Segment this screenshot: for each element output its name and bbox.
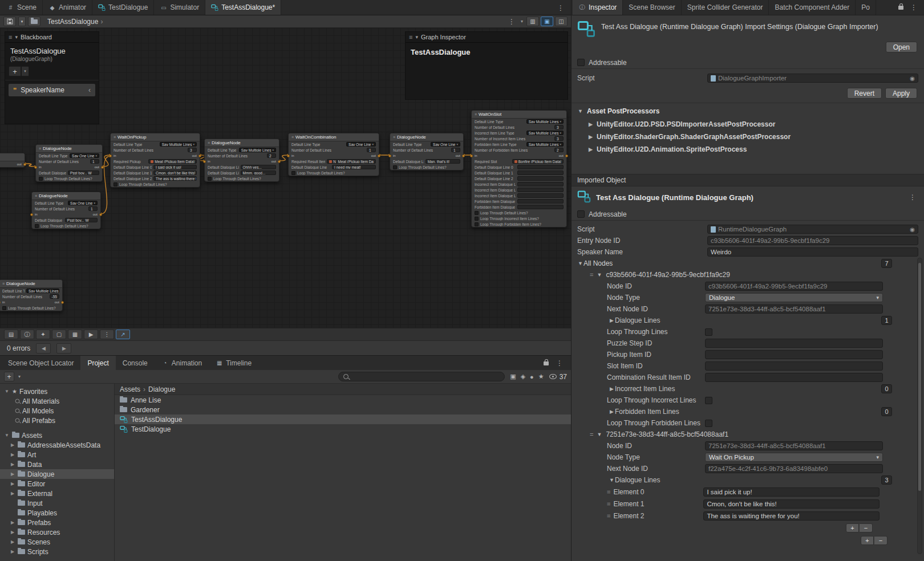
postprocessor-item[interactable]: ▶UnityEditor.ShaderGraph.ShaderGraphAsse… xyxy=(572,131,924,143)
node-checkbox[interactable] xyxy=(475,217,479,221)
property-speakername[interactable]: " SpeakerName ‹ xyxy=(9,84,95,96)
favorites-root[interactable]: ▼★Favorites xyxy=(0,387,114,396)
foldout-arrow-icon[interactable]: ▶ xyxy=(10,539,15,544)
inspector-tab-inspector[interactable]: ⓘInspector xyxy=(573,0,623,15)
array-size-field[interactable]: 0 xyxy=(881,407,892,416)
remove-node-button[interactable]: − xyxy=(874,536,887,545)
node-title-bar[interactable]: ≡WaitOnSlot xyxy=(472,111,566,119)
collapse-arrow-icon[interactable]: ▾ xyxy=(415,34,418,40)
remove-element-button[interactable]: − xyxy=(860,523,873,532)
folder-item-addressableassetsdata[interactable]: ▶AddressableAssetsData xyxy=(0,440,114,450)
blackboard-header[interactable]: ≡ ▾ Blackboard xyxy=(5,32,99,43)
script-field[interactable]: DialogueGraphImporter ◉ xyxy=(707,74,918,83)
add-element-button[interactable]: + xyxy=(846,523,859,532)
editor-tab-animator[interactable]: ◆Animator xyxy=(43,0,92,15)
field-row-dialogue-lines[interactable]: ▼Dialogue Lines3 xyxy=(572,474,924,486)
folder-item-external[interactable]: ▶External xyxy=(0,489,114,498)
graph-node-dialoguenode[interactable]: ≡DialogueNodeDefault Line TypeSay One Li… xyxy=(31,192,101,229)
drag-handle-icon[interactable]: = xyxy=(590,271,593,278)
favorite-item-all-prefabs[interactable]: All Prefabs xyxy=(0,416,114,425)
lock-icon[interactable] xyxy=(898,6,903,10)
node-number-field[interactable]: 1 xyxy=(90,159,99,164)
element-list-icon[interactable]: ▤ xyxy=(4,330,18,339)
foldout-arrow-icon[interactable]: ▶ xyxy=(10,452,15,457)
node-dropdown[interactable]: Say One Line xyxy=(346,142,376,147)
element-field[interactable]: The ass is waiting there for you! xyxy=(703,511,880,521)
graph-node-waitonpickup[interactable]: ≡WaitOnPickupDefault Line TypeSay Multip… xyxy=(110,133,200,188)
graph-inspector-toggle-button[interactable]: ◫ xyxy=(555,17,568,26)
output-port[interactable] xyxy=(378,155,380,157)
node-text-field[interactable]: Ohhh yes... xyxy=(241,165,276,169)
more-menu-icon[interactable]: ⋮ xyxy=(907,193,918,201)
graph-node-waitoncombination[interactable]: ≡WaitOnCombinationDefault Line TypeSay O… xyxy=(288,133,379,176)
foldout-arrow-icon[interactable]: ▶ xyxy=(10,530,15,535)
foldout-arrow-icon[interactable]: ▶ xyxy=(587,134,594,140)
node-title-bar[interactable]: ≡DialogueNode xyxy=(36,145,102,153)
node-dropdown[interactable]: Say Multiple Lines xyxy=(526,119,564,124)
node-entry-header[interactable]: =▼c93b5606-401f-49a2-99b5-9ecbf1fa9c29 xyxy=(572,269,924,280)
graph-node-dialoguenode[interactable]: ≡DialogueNodeDefault Line TypeSay Multip… xyxy=(0,279,63,311)
collapse-arrow-icon[interactable]: ▾ xyxy=(15,34,18,40)
field-next-node-id[interactable]: f22a475e-4c2f-41c6-9b73-6a83498abfe0 xyxy=(705,464,883,473)
element-field[interactable]: Cmon, don't be like this! xyxy=(703,499,880,509)
field-slot-item-id[interactable] xyxy=(705,361,883,371)
addressable-checkbox[interactable] xyxy=(577,210,585,218)
graph-options-icon[interactable]: ⋮ xyxy=(506,18,517,26)
panel-tab-scene-object-locator[interactable]: Scene Object Locator xyxy=(1,356,80,370)
foldout-arrow-icon[interactable]: ▶ xyxy=(10,442,15,448)
assets-root[interactable]: ▼Assets xyxy=(0,430,114,440)
create-asset-button[interactable]: + xyxy=(4,372,14,381)
grid-snap-icon[interactable]: ▦ xyxy=(68,330,82,339)
node-dropdown[interactable]: Say Multiple Lines xyxy=(160,142,197,147)
editor-tab-simulator[interactable]: ▭Simulator xyxy=(154,0,205,15)
inspector-tab-po[interactable]: Po xyxy=(856,0,876,15)
folder-item-art[interactable]: ▶Art xyxy=(0,450,114,460)
field-pickup-item-id[interactable] xyxy=(705,350,883,359)
drag-handle-icon[interactable]: = xyxy=(607,489,610,495)
blackboard-panel[interactable]: ≡ ▾ Blackboard TestAssDialogue (Dialogue… xyxy=(5,31,99,124)
foldout-arrow-icon[interactable]: ▶ xyxy=(10,481,15,486)
scrollbar-thumb[interactable] xyxy=(918,263,921,491)
node-dropdown[interactable]: Say One Line xyxy=(68,201,98,205)
postprocessor-item[interactable]: ▶UnityEditor.U2D.PSD.PSDImporterAssetPos… xyxy=(572,118,924,131)
foldout-arrow-icon[interactable]: ▶ xyxy=(10,520,15,525)
editor-tab-scene[interactable]: #Scene xyxy=(1,0,43,15)
editor-tab-testassdialogue[interactable]: TestAssDialogue* xyxy=(205,0,281,15)
speaker-name-field[interactable]: Weirdo xyxy=(707,247,918,257)
node-number-field[interactable]: 2 xyxy=(554,148,564,152)
array-size-field[interactable]: 7 xyxy=(881,259,892,268)
drag-handle-icon[interactable]: = xyxy=(607,501,610,507)
input-port[interactable] xyxy=(34,166,37,169)
open-asset-button[interactable] xyxy=(28,17,40,26)
node-entry-header[interactable]: =▼7251e73e-38d3-44ff-a8c5-bcf54088aaf1 xyxy=(572,429,924,440)
inspector-tab-sprite-collider-generator[interactable]: Sprite Collider Generator xyxy=(682,0,769,15)
node-text-field[interactable] xyxy=(517,182,564,186)
output-port[interactable] xyxy=(565,155,568,157)
folder-item-dialogue[interactable]: ▶Dialogue xyxy=(0,469,114,479)
output-port[interactable] xyxy=(198,155,201,157)
node-dropdown[interactable]: Say One Line xyxy=(70,153,99,158)
panel-tab-animation[interactable]: ◔Animation xyxy=(155,356,209,370)
node-checkbox[interactable] xyxy=(475,222,479,226)
checkbox[interactable] xyxy=(705,328,712,336)
node-text-field[interactable]: I said pick it up! xyxy=(153,165,197,169)
node-checkbox[interactable] xyxy=(393,165,397,169)
foldout-arrow-icon[interactable]: ▼ xyxy=(596,432,602,437)
input-port[interactable] xyxy=(203,160,206,163)
asset-type-filter-icon[interactable]: ◈ xyxy=(521,373,525,380)
breadcrumb[interactable]: TestAssDialogue › xyxy=(47,18,104,26)
favorite-item-all-materials[interactable]: All Materials xyxy=(0,396,114,406)
expand-property-icon[interactable]: ‹ xyxy=(88,86,91,94)
folder-item-scenes[interactable]: ▶Scenes xyxy=(0,537,114,547)
array-size-field[interactable]: 0 xyxy=(881,384,892,393)
node-text-field[interactable]: Cmon, don't be like this! xyxy=(153,170,197,175)
node-text-field[interactable]: I need my meat! xyxy=(332,165,376,169)
node-title-bar[interactable]: ≡WaitOnPickup xyxy=(111,133,200,141)
node-checkbox[interactable] xyxy=(475,211,479,215)
panel-tab-console[interactable]: Console xyxy=(116,356,155,370)
node-checkbox[interactable] xyxy=(35,224,39,228)
graph-canvas[interactable]: ≡StartNodeout≡DialogueNodeDefault Line T… xyxy=(0,28,571,328)
field-row-dialogue-lines[interactable]: ▶Dialogue Lines1 xyxy=(572,315,924,326)
frame-icon[interactable]: ▢ xyxy=(52,330,66,339)
layout-columns-button[interactable]: ▥ xyxy=(526,17,539,26)
